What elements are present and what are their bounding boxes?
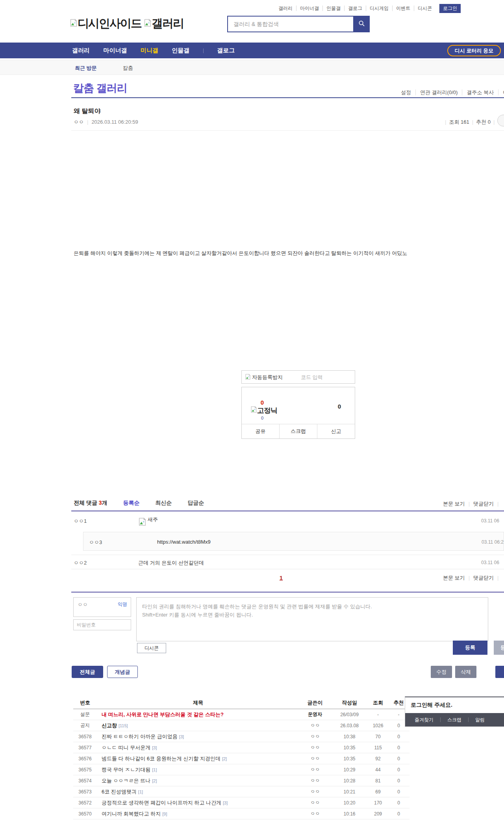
close-comments-link[interactable]: 댓글닫기 <box>473 575 494 581</box>
page-title[interactable]: 칼춤 갤러리 <box>73 81 127 95</box>
comment-submit-button[interactable]: 등록 <box>453 641 487 655</box>
post-link[interactable]: 넴드들 다 하나같이 6코 응원하는게 신기할 지경인데 <box>102 755 220 762</box>
post-link[interactable]: 진짜 ㅌㅌㅇ하기 아까운 급이었음 <box>102 733 178 740</box>
comment-textarea[interactable]: 타인의 권리를 침해하거나 명예를 훼손하는 댓글은 운영원칙 및 관련 법률에… <box>136 597 488 641</box>
post-date: 10:28 <box>331 778 368 784</box>
tab-favorites[interactable]: 즐겨찾기 <box>415 717 440 722</box>
scrap-button[interactable]: 스크랩 <box>279 424 317 438</box>
edit-post-button[interactable]: 수정 <box>431 666 452 678</box>
post-list-header: 번호 제목 글쓴이 작성일 조회 추천 <box>73 697 410 709</box>
site-logo[interactable]: 디시인사이드 갤러리 <box>70 16 183 32</box>
search-button[interactable] <box>353 16 370 32</box>
meta-circle-button[interactable] <box>497 115 504 126</box>
comment-link-text[interactable]: https://wat.watch/t8Mx9 <box>157 539 211 545</box>
top-link-gallery[interactable]: 갤러리 <box>275 6 296 11</box>
top-link-gallog[interactable]: 갤로그 <box>344 6 366 11</box>
delete-post-button[interactable]: 삭제 <box>455 666 476 678</box>
comment-date: 03.11 06:2 <box>482 539 504 545</box>
broken-image-icon <box>138 518 146 527</box>
page-number-1[interactable]: 1 <box>280 574 283 581</box>
nav-mini-gallery[interactable]: 미니갤 <box>141 47 158 54</box>
view-post-link[interactable]: 본문 보기 <box>443 501 465 507</box>
top-link-event[interactable]: 이벤트 <box>392 6 414 11</box>
usage-guide-link[interactable]: 이용 <box>498 89 504 95</box>
post-recommend: 0 <box>388 789 410 795</box>
post-link[interactable]: 오늘 ㅇㅇㅋㄹ은 뜨나 <box>102 777 150 784</box>
captcha-code-input[interactable] <box>301 371 352 383</box>
view-post-link[interactable]: 본문 보기 <box>443 575 465 581</box>
nav-person-gallery[interactable]: 인물갤 <box>172 47 189 54</box>
post-author: ㅇㅇ <box>299 766 331 773</box>
top-utility-bar: 갤러리마이너갤인물갤갤로그디시게임이벤트디시콘로그인 <box>0 4 461 13</box>
search-box <box>227 16 370 32</box>
post-author[interactable]: ㅇㅇ <box>74 119 84 125</box>
sort-by-registered[interactable]: 등록순 <box>123 500 139 506</box>
best-posts-button[interactable]: 개념글 <box>107 666 138 678</box>
share-button[interactable]: 공유 <box>242 424 279 438</box>
nav-gallery[interactable]: 갤러리 <box>72 47 90 54</box>
post-link[interactable]: 6코 진성앰됏긔 <box>102 788 137 795</box>
post-link[interactable]: 캥국 무머 ㅈㄴ기대됨 <box>102 766 150 773</box>
comments-divider <box>71 511 504 511</box>
logo-text-dcinside: 디시인사이드 <box>78 16 141 32</box>
breadcrumb-current-gallery[interactable]: 칼춤 <box>123 65 133 71</box>
top-link-minor[interactable]: 마이너갤 <box>296 6 322 11</box>
dccon-button[interactable]: 디시콘 <box>137 643 166 653</box>
dc-lottery-button[interactable]: 디시 로터리 응모 <box>447 45 501 56</box>
top-link-dccon[interactable]: 디시콘 <box>414 6 435 11</box>
comment-author[interactable]: ㅇㅇ3 <box>89 539 102 546</box>
post-date: 26.03.08 <box>331 723 368 728</box>
sort-by-newest[interactable]: 최신순 <box>155 500 172 506</box>
post-number: 36578 <box>73 734 97 739</box>
copy-address-link[interactable]: 갤주소 복사 <box>462 89 498 95</box>
top-link-dcgame[interactable]: 디시게임 <box>366 6 392 11</box>
table-row: 36577 ㅇㄴㄷ 띠니 무서운게[3] ㅇㅇ 10:35 115 0 <box>73 742 410 753</box>
comment-submit-button-secondary[interactable]: 등록 <box>494 641 504 655</box>
vote-box: 0 고정닉 0 0 공유 스크랩 신고 <box>241 387 355 439</box>
breadcrumb-recent-visit[interactable]: 최근 방문 <box>75 65 97 71</box>
related-gallery-link[interactable]: 연관 갤러리(0/0) <box>415 89 462 95</box>
post-date: 10:20 <box>331 800 368 806</box>
login-button[interactable]: 로그인 <box>439 4 461 13</box>
comment-author[interactable]: ㅇㅇ1 <box>74 518 87 525</box>
post-link[interactable]: 긍정적으로 생각하면 폐갑이 나이프까지 하고 나간게 <box>102 799 221 806</box>
report-button[interactable]: 신고 <box>317 424 355 438</box>
comment-content: 새주 <box>138 518 158 527</box>
tab-scrap[interactable]: 스크랩 <box>440 717 468 722</box>
table-row: 36572 긍정적으로 생각하면 폐갑이 나이프까지 하고 나간게[3] ㅇㅇ … <box>73 797 410 808</box>
sidebar-tabs: 즐겨찾기 스크랩 알림 <box>405 713 504 726</box>
post-number: 설문 <box>73 711 97 718</box>
captcha-box: 자동등록방지 <box>241 370 355 384</box>
write-post-button[interactable]: 글 <box>495 666 504 678</box>
post-link[interactable]: 신고창 <box>102 722 117 729</box>
post-meta: ㅇㅇ|2026.03.11 06:20:59 <box>74 119 138 126</box>
search-input[interactable] <box>228 17 350 32</box>
all-posts-button[interactable]: 전체글 <box>72 666 103 678</box>
post-views: 1026 <box>368 723 388 728</box>
nav-gallog[interactable]: 갤로그 <box>217 47 235 54</box>
comment-date: 03.11 06 <box>481 518 499 524</box>
post-author: ㅇㅇ <box>299 744 331 751</box>
post-link[interactable]: 내 며느리, 사위로 만나면 부담스러울 것 같은 스타는? <box>102 711 224 718</box>
comment-password-input[interactable] <box>73 619 131 630</box>
comment-count-badge: [3] <box>152 745 157 750</box>
comment-count-badge: [2] <box>222 756 227 761</box>
post-number: 36572 <box>73 800 97 806</box>
page: 갤러리마이너갤인물갤갤로그디시게임이벤트디시콘로그인 디시인사이드 갤러리 갤러… <box>0 0 504 821</box>
post-link[interactable]: 여기니까 회복했다고 하지 <box>102 810 161 817</box>
post-link[interactable]: ㅇㄴㄷ 띠니 무서운게 <box>102 744 150 751</box>
post-date: 10:21 <box>331 789 368 795</box>
breadcrumb: 최근 방문 칼춤 <box>0 60 504 75</box>
gallery-settings-link[interactable]: 설정 <box>397 89 415 95</box>
tab-notifications[interactable]: 알림 <box>468 717 491 722</box>
sort-by-reply[interactable]: 답글순 <box>187 500 204 506</box>
write-nickname: ㅇㅇ <box>78 601 88 608</box>
close-comments-link[interactable]: 댓글닫기 <box>473 501 494 507</box>
post-views: 209 <box>368 811 388 817</box>
comment-row: ㅇㅇ2 근데 거의 은토이 선언같던데 03.11 06 <box>74 559 504 571</box>
comment-author[interactable]: ㅇㅇ2 <box>74 559 87 567</box>
anonymous-toggle[interactable]: 익명 <box>118 601 127 608</box>
logo-text-gallery: 갤러리 <box>152 16 183 32</box>
nav-minor-gallery[interactable]: 마이너갤 <box>103 47 127 54</box>
top-link-person[interactable]: 인물갤 <box>322 6 344 11</box>
